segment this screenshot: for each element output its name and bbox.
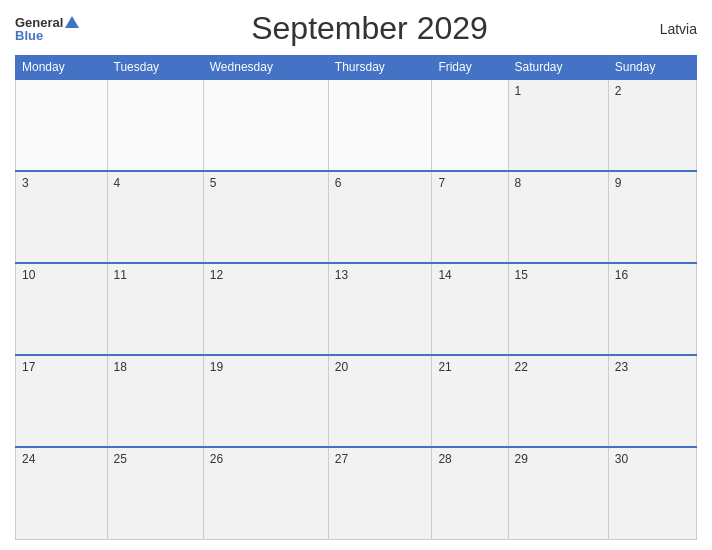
day-number: 21 [438, 360, 451, 374]
calendar-cell: 11 [107, 263, 203, 355]
calendar-cell: 6 [328, 171, 432, 263]
week-row-4: 17181920212223 [16, 355, 697, 447]
day-number: 9 [615, 176, 622, 190]
calendar-cell: 20 [328, 355, 432, 447]
day-number: 3 [22, 176, 29, 190]
calendar-cell: 27 [328, 447, 432, 539]
calendar-cell: 14 [432, 263, 508, 355]
calendar-cell [16, 79, 108, 171]
day-number: 17 [22, 360, 35, 374]
calendar-cell [107, 79, 203, 171]
day-number: 25 [114, 452, 127, 466]
day-number: 2 [615, 84, 622, 98]
week-row-5: 24252627282930 [16, 447, 697, 539]
calendar-cell: 1 [508, 79, 608, 171]
calendar-cell: 22 [508, 355, 608, 447]
calendar-cell: 28 [432, 447, 508, 539]
calendar-cell: 18 [107, 355, 203, 447]
calendar-cell: 17 [16, 355, 108, 447]
logo-blue-text: Blue [15, 29, 43, 42]
day-number: 23 [615, 360, 628, 374]
logo-triangle-icon [65, 16, 79, 28]
day-number: 26 [210, 452, 223, 466]
day-number: 20 [335, 360, 348, 374]
calendar-cell: 26 [203, 447, 328, 539]
calendar-cell: 24 [16, 447, 108, 539]
day-number: 7 [438, 176, 445, 190]
day-number: 4 [114, 176, 121, 190]
calendar-cell: 4 [107, 171, 203, 263]
calendar-cell: 30 [608, 447, 696, 539]
calendar-table: MondayTuesdayWednesdayThursdayFridaySatu… [15, 55, 697, 540]
day-number: 1 [515, 84, 522, 98]
weekday-header-sunday: Sunday [608, 56, 696, 80]
week-row-1: 12 [16, 79, 697, 171]
day-number: 15 [515, 268, 528, 282]
calendar-cell: 8 [508, 171, 608, 263]
weekday-header-row: MondayTuesdayWednesdayThursdayFridaySatu… [16, 56, 697, 80]
calendar-cell: 3 [16, 171, 108, 263]
calendar-cell [203, 79, 328, 171]
calendar-header: General Blue September 2029 Latvia [15, 10, 697, 47]
calendar-cell: 15 [508, 263, 608, 355]
calendar-title: September 2029 [251, 10, 488, 47]
day-number: 13 [335, 268, 348, 282]
week-row-2: 3456789 [16, 171, 697, 263]
weekday-header-thursday: Thursday [328, 56, 432, 80]
calendar-cell: 9 [608, 171, 696, 263]
calendar-cell: 10 [16, 263, 108, 355]
day-number: 8 [515, 176, 522, 190]
calendar-cell [432, 79, 508, 171]
day-number: 6 [335, 176, 342, 190]
weekday-header-monday: Monday [16, 56, 108, 80]
calendar-cell: 12 [203, 263, 328, 355]
day-number: 27 [335, 452, 348, 466]
weekday-header-wednesday: Wednesday [203, 56, 328, 80]
day-number: 10 [22, 268, 35, 282]
weekday-header-friday: Friday [432, 56, 508, 80]
day-number: 5 [210, 176, 217, 190]
calendar-cell: 19 [203, 355, 328, 447]
day-number: 11 [114, 268, 127, 282]
day-number: 28 [438, 452, 451, 466]
calendar-cell: 29 [508, 447, 608, 539]
logo-general-text: General [15, 16, 63, 29]
day-number: 18 [114, 360, 127, 374]
day-number: 22 [515, 360, 528, 374]
calendar-cell: 16 [608, 263, 696, 355]
day-number: 16 [615, 268, 628, 282]
calendar-cell: 21 [432, 355, 508, 447]
calendar-container: General Blue September 2029 Latvia Monda… [0, 0, 712, 550]
logo: General Blue [15, 16, 79, 42]
day-number: 14 [438, 268, 451, 282]
calendar-cell: 13 [328, 263, 432, 355]
calendar-cell: 23 [608, 355, 696, 447]
day-number: 19 [210, 360, 223, 374]
day-number: 24 [22, 452, 35, 466]
day-number: 30 [615, 452, 628, 466]
calendar-cell [328, 79, 432, 171]
calendar-cell: 5 [203, 171, 328, 263]
calendar-cell: 7 [432, 171, 508, 263]
day-number: 12 [210, 268, 223, 282]
weekday-header-tuesday: Tuesday [107, 56, 203, 80]
day-number: 29 [515, 452, 528, 466]
country-label: Latvia [660, 21, 697, 37]
calendar-cell: 2 [608, 79, 696, 171]
calendar-cell: 25 [107, 447, 203, 539]
week-row-3: 10111213141516 [16, 263, 697, 355]
weekday-header-saturday: Saturday [508, 56, 608, 80]
